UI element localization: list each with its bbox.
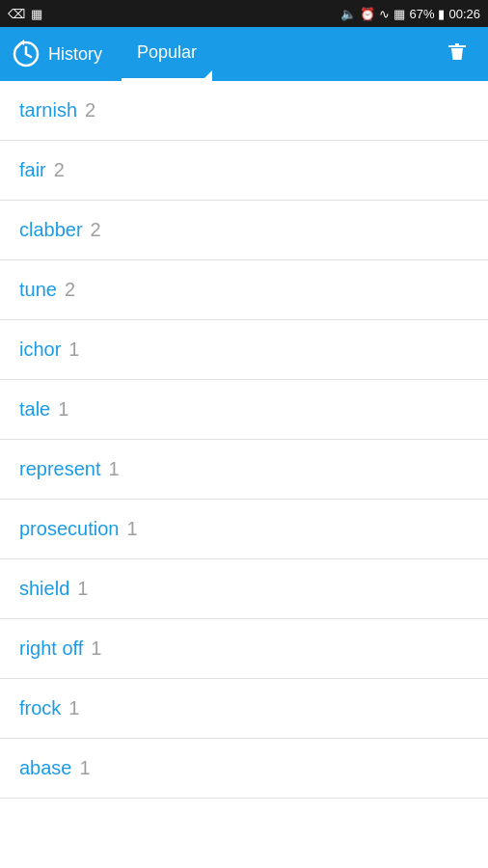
word-text: tale: [19, 398, 50, 420]
word-text: fair: [19, 159, 46, 181]
word-text: tune: [19, 279, 57, 301]
list-item[interactable]: right off1: [0, 619, 488, 679]
word-text: frock: [19, 697, 61, 719]
word-count: 2: [85, 99, 95, 122]
wifi-icon: ∿: [379, 7, 390, 21]
word-text: tarnish: [19, 99, 77, 122]
status-bar-left: ⌫ ▦: [8, 7, 42, 21]
image-icon: ▦: [31, 7, 42, 21]
signal-icon: ▦: [393, 7, 405, 21]
usb-icon: ⌫: [8, 7, 25, 21]
word-count: 1: [68, 339, 79, 361]
word-count: 2: [54, 159, 65, 181]
word-text: shield: [19, 578, 69, 600]
word-text: abase: [19, 757, 72, 779]
list-item[interactable]: prosecution1: [0, 500, 488, 559]
status-bar-right: 🔈 ⏰ ∿ ▦ 67% ▮ 00:26: [340, 7, 480, 21]
toolbar-tabs: Popular: [122, 27, 438, 81]
list-item[interactable]: abase1: [0, 739, 488, 799]
battery-percent: 67%: [409, 7, 434, 21]
word-text: represent: [19, 458, 101, 480]
list-item[interactable]: tale1: [0, 380, 488, 440]
list-item[interactable]: tune2: [0, 260, 488, 320]
list-item[interactable]: ichor1: [0, 320, 488, 380]
list-item[interactable]: represent1: [0, 440, 488, 500]
status-time: 00:26: [448, 7, 480, 21]
popular-tab[interactable]: Popular: [122, 27, 212, 81]
alarm-icon: ⏰: [360, 7, 375, 21]
delete-button[interactable]: [438, 32, 476, 76]
word-text: prosecution: [19, 518, 119, 540]
word-count: 1: [77, 578, 88, 600]
word-count: 1: [126, 518, 137, 540]
word-text: clabber: [19, 219, 83, 241]
list-item[interactable]: shield1: [0, 559, 488, 619]
status-bar: ⌫ ▦ 🔈 ⏰ ∿ ▦ 67% ▮ 00:26: [0, 0, 488, 27]
word-count: 2: [91, 219, 101, 241]
list-item[interactable]: tarnish2: [0, 81, 488, 141]
word-count: 1: [58, 398, 68, 420]
word-count: 1: [91, 637, 101, 660]
list-item[interactable]: clabber2: [0, 201, 488, 260]
popular-label: Popular: [137, 42, 197, 63]
word-list: tarnish2fair2clabber2tune2ichor1tale1rep…: [0, 81, 488, 799]
history-tab[interactable]: History: [12, 40, 102, 68]
word-count: 1: [109, 458, 120, 480]
word-text: right off: [19, 637, 83, 660]
toolbar: History Popular: [0, 27, 488, 81]
tab-indicator: [204, 70, 212, 78]
history-icon: [12, 40, 41, 68]
word-count: 1: [80, 757, 91, 779]
word-count: 2: [65, 279, 75, 301]
mute-icon: 🔈: [340, 7, 356, 21]
word-text: ichor: [19, 339, 61, 361]
battery-icon: ▮: [438, 7, 445, 21]
list-item[interactable]: frock1: [0, 679, 488, 739]
word-count: 1: [68, 697, 79, 719]
list-item[interactable]: fair2: [0, 141, 488, 201]
history-label: History: [48, 44, 102, 65]
trash-icon: [446, 40, 469, 63]
